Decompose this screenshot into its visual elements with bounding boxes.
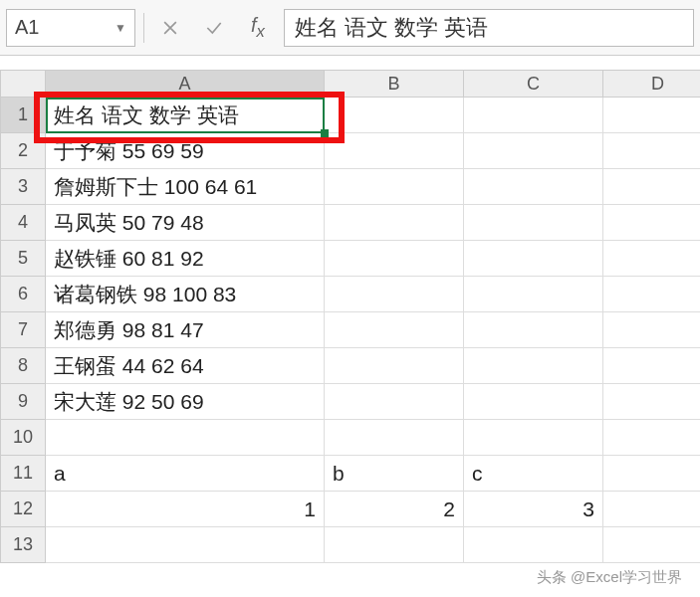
cell-B5[interactable] [325,241,464,277]
cell-B10[interactable] [325,420,464,456]
cell-A4[interactable]: 马凤英 50 79 48 [46,205,325,241]
cell-D5[interactable] [603,241,700,277]
name-box-value: A1 [15,16,39,39]
cell-A10[interactable] [46,420,325,456]
cell-B2[interactable] [325,133,464,169]
cell-B13[interactable] [325,527,464,563]
cell-D3[interactable] [603,169,700,205]
row-header-11[interactable]: 11 [0,456,46,492]
formula-input-value: 姓名 语文 数学 英语 [295,13,488,43]
cell-B9[interactable] [325,384,464,420]
row-header-2[interactable]: 2 [0,133,46,169]
row-header-9[interactable]: 9 [0,384,46,420]
cell-C10[interactable] [464,420,603,456]
cell-C4[interactable] [464,205,603,241]
column-header-C[interactable]: C [464,70,603,98]
column-header-D[interactable]: D [603,70,700,98]
row-header-10[interactable]: 10 [0,420,46,456]
cell-A12[interactable]: 1 [46,492,325,527]
confirm-button[interactable] [196,10,232,46]
cell-C3[interactable] [464,169,603,205]
cell-C13[interactable] [464,527,603,563]
table-row: 姓名 语文 数学 英语 [46,98,700,133]
fx-icon: fx [251,14,265,42]
cell-B6[interactable] [325,277,464,312]
table-row: 宋大莲 92 50 69 [46,384,700,420]
cell-B4[interactable] [325,205,464,241]
cell-A1[interactable]: 姓名 语文 数学 英语 [46,98,325,133]
row-headers: 12345678910111213 [0,98,46,563]
table-row: 于予菊 55 69 59 [46,133,700,169]
row-header-3[interactable]: 3 [0,169,46,205]
table-row: 诸葛钢铁 98 100 83 [46,277,700,312]
cell-B11[interactable]: b [325,456,464,492]
cell-B3[interactable] [325,169,464,205]
table-row: 马凤英 50 79 48 [46,205,700,241]
table-row [46,420,700,456]
table-row: 赵铁锤 60 81 92 [46,241,700,277]
table-row: 郑德勇 98 81 47 [46,312,700,348]
cell-D12[interactable] [603,492,700,527]
cell-B8[interactable] [325,348,464,384]
row-header-8[interactable]: 8 [0,348,46,384]
table-row: 123 [46,492,700,527]
spreadsheet: ABCD 12345678910111213 姓名 语文 数学 英语于予菊 55… [0,56,700,597]
cell-D11[interactable] [603,456,700,492]
row-header-5[interactable]: 5 [0,241,46,277]
table-row: 王钢蛋 44 62 64 [46,348,700,384]
select-all-corner[interactable] [0,70,46,98]
cell-C9[interactable] [464,384,603,420]
row-header-1[interactable]: 1 [0,98,46,133]
cell-D13[interactable] [603,527,700,563]
cell-C8[interactable] [464,348,603,384]
cell-D4[interactable] [603,205,700,241]
cell-A7[interactable]: 郑德勇 98 81 47 [46,312,325,348]
row-header-6[interactable]: 6 [0,277,46,312]
cell-D9[interactable] [603,384,700,420]
row-header-7[interactable]: 7 [0,312,46,348]
cell-C7[interactable] [464,312,603,348]
cell-C5[interactable] [464,241,603,277]
check-icon [204,18,224,38]
column-header-B[interactable]: B [325,70,464,98]
name-box[interactable]: A1 ▼ [6,9,135,47]
cell-C12[interactable]: 3 [464,492,603,527]
column-headers: ABCD [0,70,700,98]
cell-D6[interactable] [603,277,700,312]
chevron-down-icon: ▼ [115,21,126,35]
column-header-A[interactable]: A [46,70,325,98]
cell-B1[interactable] [325,98,464,133]
row-header-13[interactable]: 13 [0,527,46,563]
cell-C2[interactable] [464,133,603,169]
formula-input[interactable]: 姓名 语文 数学 英语 [284,9,694,47]
table-row: abc [46,456,700,492]
row-header-4[interactable]: 4 [0,205,46,241]
cell-A8[interactable]: 王钢蛋 44 62 64 [46,348,325,384]
cell-D10[interactable] [603,420,700,456]
formula-bar: A1 ▼ fx 姓名 语文 数学 英语 [0,0,700,56]
table-row: 詹姆斯下士 100 64 61 [46,169,700,205]
cell-A5[interactable]: 赵铁锤 60 81 92 [46,241,325,277]
insert-function-button[interactable]: fx [240,10,276,46]
cell-C1[interactable] [464,98,603,133]
cancel-button[interactable] [152,10,188,46]
watermark: 头条 @Excel学习世界 [537,568,682,587]
cell-A6[interactable]: 诸葛钢铁 98 100 83 [46,277,325,312]
cell-B12[interactable]: 2 [325,492,464,527]
cell-D7[interactable] [603,312,700,348]
cell-C11[interactable]: c [464,456,603,492]
cell-A11[interactable]: a [46,456,325,492]
cell-D2[interactable] [603,133,700,169]
cells-grid[interactable]: 姓名 语文 数学 英语于予菊 55 69 59詹姆斯下士 100 64 61马凤… [46,98,700,563]
cell-A13[interactable] [46,527,325,563]
cell-D1[interactable] [603,98,700,133]
cell-B7[interactable] [325,312,464,348]
close-icon [160,18,180,38]
cell-D8[interactable] [603,348,700,384]
row-header-12[interactable]: 12 [0,492,46,527]
cell-A2[interactable]: 于予菊 55 69 59 [46,133,325,169]
cell-A3[interactable]: 詹姆斯下士 100 64 61 [46,169,325,205]
divider [143,13,144,43]
cell-C6[interactable] [464,277,603,312]
cell-A9[interactable]: 宋大莲 92 50 69 [46,384,325,420]
